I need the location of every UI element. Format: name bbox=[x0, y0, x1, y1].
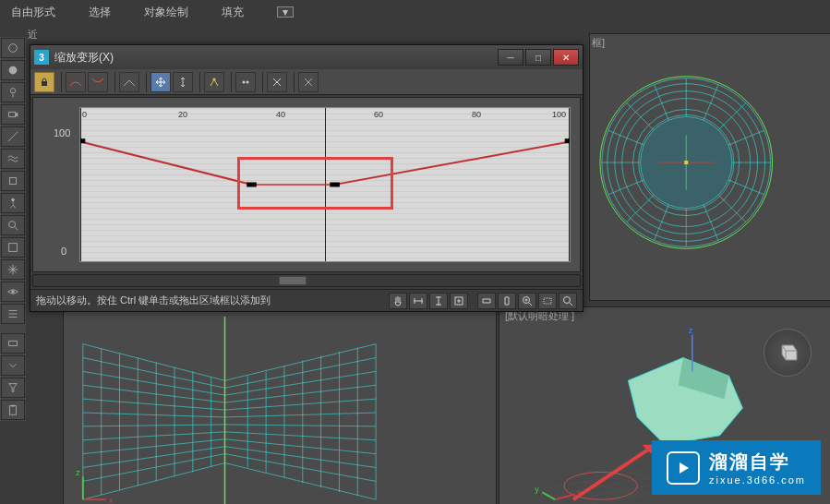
svg-text:x: x bbox=[109, 495, 114, 504]
svg-line-109 bbox=[529, 303, 532, 306]
viewport-label-partial: 近 bbox=[28, 28, 38, 42]
close-button[interactable]: ✕ bbox=[553, 49, 579, 66]
highlight-annotation bbox=[237, 157, 394, 209]
scale-deformation-dialog: 3 缩放变形(X) ─ □ ✕ 100 0 0 20 40 bbox=[30, 44, 583, 312]
svg-line-33 bbox=[608, 130, 644, 145]
svg-line-34 bbox=[728, 180, 764, 195]
insert-corner-icon[interactable] bbox=[204, 72, 224, 92]
svg-text:z: z bbox=[689, 325, 693, 335]
svg-line-114 bbox=[570, 303, 572, 306]
svg-line-31 bbox=[627, 195, 655, 222]
tool-rect2-icon[interactable] bbox=[1, 333, 25, 354]
dialog-statusbar: 拖动以移动。按住 Ctrl 键单击或拖出区域框以添加到 bbox=[30, 289, 583, 311]
delete-point-icon[interactable] bbox=[267, 72, 287, 92]
scale-vert-icon[interactable] bbox=[173, 72, 193, 92]
front-wireframe: x z bbox=[64, 307, 496, 504]
logo-title: 溜溜自学 bbox=[709, 450, 806, 474]
svg-text:y: y bbox=[535, 485, 539, 494]
zoom-extents-icon[interactable] bbox=[450, 293, 468, 309]
svg-rect-43 bbox=[684, 161, 688, 164]
dialog-titlebar[interactable]: 3 缩放变形(X) ─ □ ✕ bbox=[30, 45, 583, 69]
tool-filter-icon[interactable] bbox=[1, 378, 25, 398]
zoom-in-icon[interactable] bbox=[518, 293, 536, 309]
curve-red2-icon[interactable] bbox=[88, 72, 108, 92]
deformation-graph[interactable]: 100 0 0 20 40 60 80 100 bbox=[32, 97, 581, 272]
svg-line-51 bbox=[83, 439, 225, 454]
pan-icon[interactable] bbox=[389, 293, 407, 309]
svg-line-32 bbox=[718, 103, 746, 131]
tool-camera-icon[interactable] bbox=[1, 104, 25, 125]
svg-line-36 bbox=[728, 130, 764, 145]
zoom-icon[interactable] bbox=[559, 293, 577, 309]
svg-point-0 bbox=[9, 44, 18, 53]
curve-red1-icon[interactable] bbox=[66, 72, 86, 92]
watermark-logo: 溜溜自学 zixue.3d66.com bbox=[652, 440, 821, 495]
viewport-top[interactable]: 框] bbox=[589, 33, 830, 301]
tool-sphere-icon[interactable] bbox=[1, 60, 25, 80]
graph-canvas[interactable]: 0 20 40 60 80 100 bbox=[79, 107, 571, 262]
svg-point-1 bbox=[9, 66, 18, 75]
tool-plane-icon[interactable] bbox=[1, 126, 25, 147]
tool-chevron-down-icon[interactable] bbox=[1, 355, 25, 376]
menu-freeform[interactable]: 自由形式 bbox=[7, 3, 59, 22]
scroll-thumb[interactable] bbox=[279, 276, 307, 285]
svg-line-37 bbox=[654, 85, 668, 121]
viewport-front[interactable]: x z bbox=[63, 306, 497, 504]
svg-line-50 bbox=[83, 432, 225, 440]
lock-toggle-icon[interactable] bbox=[34, 72, 54, 92]
status-hint-text: 拖动以移动。按住 Ctrl 键单击或拖出区域框以添加到 bbox=[36, 294, 271, 307]
minimize-button[interactable]: ─ bbox=[498, 49, 523, 66]
zoom-region-icon[interactable] bbox=[538, 293, 557, 309]
tool-clipboard-icon[interactable] bbox=[1, 400, 25, 420]
curve-combo-icon[interactable] bbox=[119, 72, 139, 92]
svg-rect-15 bbox=[10, 406, 17, 415]
tool-walkthrough-icon[interactable] bbox=[1, 193, 25, 213]
menu-dropdown-icon[interactable]: ▾ bbox=[277, 6, 294, 18]
insert-bezier-icon[interactable] bbox=[235, 72, 256, 92]
svg-point-101 bbox=[243, 80, 246, 83]
svg-line-40 bbox=[704, 85, 718, 121]
svg-rect-5 bbox=[10, 178, 17, 185]
svg-line-47 bbox=[83, 399, 225, 410]
tool-search-icon[interactable] bbox=[1, 215, 25, 235]
svg-point-100 bbox=[213, 78, 216, 80]
svg-line-39 bbox=[654, 205, 668, 241]
zoom-extents-v-icon[interactable] bbox=[429, 293, 448, 309]
zoom-extents-h-icon[interactable] bbox=[409, 293, 427, 309]
maximize-button[interactable]: □ bbox=[525, 49, 551, 66]
zoom-region-h-icon[interactable] bbox=[477, 293, 496, 309]
menu-fill[interactable]: 填充 bbox=[218, 3, 247, 22]
menu-select[interactable]: 选择 bbox=[85, 3, 114, 22]
tool-transform-icon[interactable] bbox=[1, 171, 25, 191]
svg-line-49 bbox=[83, 425, 225, 426]
reset-curve-icon[interactable] bbox=[298, 72, 319, 92]
svg-rect-112 bbox=[544, 298, 551, 304]
svg-rect-99 bbox=[42, 81, 47, 86]
tool-light-icon[interactable] bbox=[1, 82, 25, 102]
svg-text:x: x bbox=[577, 488, 582, 498]
tool-box-icon[interactable] bbox=[1, 237, 25, 258]
left-toolbar bbox=[0, 37, 26, 421]
tool-snow-icon[interactable] bbox=[1, 259, 25, 280]
svg-line-35 bbox=[608, 180, 644, 195]
svg-point-6 bbox=[11, 198, 15, 202]
menu-objpaint[interactable]: 对象绘制 bbox=[140, 3, 192, 22]
move-tool-icon[interactable] bbox=[150, 72, 171, 92]
svg-rect-16 bbox=[11, 405, 15, 407]
svg-rect-106 bbox=[565, 138, 570, 143]
svg-line-29 bbox=[627, 103, 655, 131]
viewcube[interactable] bbox=[764, 329, 812, 377]
svg-rect-14 bbox=[9, 341, 18, 345]
svg-text:z: z bbox=[76, 467, 80, 477]
tool-eye-icon[interactable] bbox=[1, 282, 25, 302]
y-axis-100: 100 bbox=[54, 127, 70, 138]
svg-point-113 bbox=[564, 296, 571, 303]
svg-rect-103 bbox=[80, 138, 85, 143]
tool-list-icon[interactable] bbox=[1, 304, 25, 324]
zoom-region-v-icon[interactable] bbox=[498, 293, 516, 309]
svg-point-2 bbox=[10, 89, 15, 93]
tool-circle-icon[interactable] bbox=[1, 38, 25, 58]
tool-waves-icon[interactable] bbox=[1, 149, 25, 169]
graph-scrollbar[interactable] bbox=[32, 274, 581, 287]
main-menu-bar: 自由形式 选择 对象绘制 填充 ▾ bbox=[0, 0, 830, 24]
